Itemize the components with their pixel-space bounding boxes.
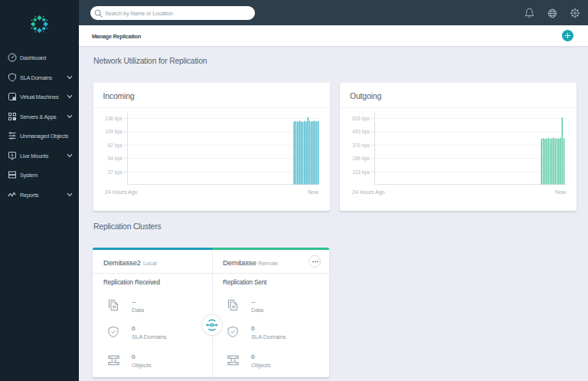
svg-text:27 bps: 27 bps xyxy=(108,169,122,176)
svg-text:24 Hours Ago: 24 Hours Ago xyxy=(105,189,138,195)
svg-text:54 bps: 54 bps xyxy=(108,156,122,162)
svg-text:24 Hours Ago: 24 Hours Ago xyxy=(352,189,385,195)
svg-text:136 bps: 136 bps xyxy=(105,116,122,122)
svg-text:246 bps: 246 bps xyxy=(352,156,370,162)
svg-text:616 bps: 616 bps xyxy=(352,116,370,122)
svg-text:109 bps: 109 bps xyxy=(105,129,122,135)
svg-text:123 bps: 123 bps xyxy=(352,169,370,176)
svg-text:493 bps: 493 bps xyxy=(352,129,370,135)
svg-text:82 bps: 82 bps xyxy=(108,143,122,149)
svg-text:370 bps: 370 bps xyxy=(352,143,370,149)
svg-text:Now: Now xyxy=(308,189,319,195)
svg-text:Now: Now xyxy=(555,189,567,195)
